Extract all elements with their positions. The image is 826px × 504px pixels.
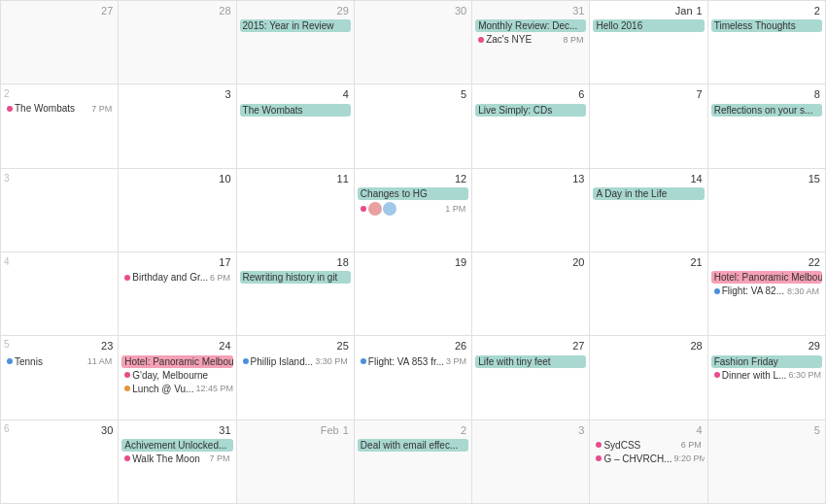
day-num: 15	[711, 171, 822, 187]
cell-dec30[interactable]: 30	[355, 1, 472, 84]
cell-feb5[interactable]: 5	[708, 420, 826, 504]
cell-jan27[interactable]: 27 Life with tiny feet	[472, 336, 590, 420]
event-live-simply[interactable]: Live Simply: CDs	[475, 104, 586, 117]
cell-jan17[interactable]: 17 Birthday and Gr...6 PM	[119, 252, 236, 336]
cell-jan20[interactable]: 20	[472, 252, 590, 336]
event-phillip-island[interactable]: Phillip Island...3:30 PM	[240, 355, 351, 368]
day-num: 29	[711, 338, 822, 354]
event-dinner-l[interactable]: Dinner with L...6:30 PM	[711, 369, 822, 382]
cell-dec29[interactable]: 29 2015: Year in Review	[237, 1, 355, 84]
dot-icon	[596, 442, 602, 448]
cell-jan26[interactable]: 26 Flight: VA 853 fr...3 PM	[355, 336, 472, 420]
cell-dec27[interactable]: 27	[1, 1, 119, 84]
cell-jan6[interactable]: 6 Live Simply: CDs	[472, 84, 590, 168]
day-num: 27	[475, 338, 586, 354]
event-hotel-panoramic-2[interactable]: Hotel: Panoramic Melbourne View	[121, 355, 232, 368]
cell-jan30-final[interactable]: 6 30	[1, 420, 119, 504]
cell-jan8[interactable]: 8 Reflections on your s...	[708, 84, 826, 168]
cell-dec28[interactable]: 28	[119, 1, 236, 84]
day-num: 27	[4, 3, 115, 19]
dot-icon	[124, 372, 130, 378]
event-changes-hg[interactable]: Changes to HG	[358, 187, 468, 200]
cell-dec31[interactable]: 31 Monthly Review: Dec... Zac's NYE8 PM	[472, 1, 590, 84]
cell-jan5[interactable]: 5	[355, 84, 472, 168]
cell-jan12[interactable]: 12 Changes to HG 1 PM	[355, 169, 472, 252]
event-monthly-review[interactable]: Monthly Review: Dec...	[475, 19, 586, 32]
event-lunch-vu[interactable]: Lunch @ Vu...12:45 PM	[121, 383, 232, 395]
cell-jan2-a[interactable]: 2 Timeless Thoughts	[708, 1, 826, 84]
event-walk-the-moon[interactable]: Walk The Moon7 PM	[121, 453, 232, 465]
cell-jan3[interactable]: 3	[119, 84, 236, 168]
cell-jan25[interactable]: 25 Phillip Island...3:30 PM	[237, 336, 355, 420]
cell-jan7[interactable]: 7	[590, 84, 707, 168]
cell-jan21[interactable]: 21	[590, 252, 707, 336]
cell-feb2[interactable]: 2 Deal with email effec...	[355, 420, 472, 504]
day-num: 28	[593, 338, 704, 354]
day-num: 13	[475, 171, 586, 187]
dot-icon	[714, 288, 720, 294]
cell-jan10[interactable]: 10	[119, 169, 236, 252]
event-hotel-panoramic-1[interactable]: Hotel: Panoramic Melbourne View	[711, 271, 822, 284]
event-rewriting-git[interactable]: Rewriting history in git	[240, 271, 351, 284]
calendar-grid: 27 28 29 2015: Year in Review 30 31 Mont…	[0, 0, 826, 504]
event-gday-melbourne[interactable]: G'day, Melbourne	[121, 369, 232, 382]
event-wombats-block[interactable]: The Wombats	[240, 104, 351, 117]
cell-jan2-b[interactable]: 2 The Wombats7 PM	[1, 84, 119, 168]
event-day-in-life[interactable]: A Day in the Life	[593, 187, 704, 200]
day-num: 31	[475, 3, 586, 19]
event-zac-nye[interactable]: Zac's NYE8 PM	[475, 33, 586, 46]
event-year-review[interactable]: 2015: Year in Review	[240, 19, 351, 32]
day-num: 5	[358, 86, 468, 103]
event-birthday[interactable]: Birthday and Gr...6 PM	[121, 271, 232, 284]
cell-jan31[interactable]: 31 Achivement Unlocked... Walk The Moon7…	[119, 420, 236, 504]
cell-jan4[interactable]: 4 The Wombats	[237, 84, 355, 168]
event-chvrch[interactable]: G – CHVRCH...9:20 PM	[593, 453, 704, 465]
cell-jan13[interactable]: 13	[472, 169, 590, 252]
event-timeless-thoughts-1[interactable]: Timeless Thoughts	[711, 19, 822, 32]
day-num: 30	[4, 422, 115, 439]
cell-week5-label[interactable]: 5 23 Tennis11 AM	[1, 336, 119, 420]
event-deal-email[interactable]: Deal with email effec...	[358, 439, 468, 452]
day-num: 3	[4, 171, 115, 186]
cell-jan1[interactable]: Jan1 Hello 2016	[590, 1, 707, 84]
event-wombats-dot[interactable]: The Wombats7 PM	[4, 102, 115, 115]
day-num: 5	[711, 422, 822, 439]
day-num: 17	[121, 254, 232, 271]
dot-icon	[7, 358, 13, 364]
day-num: 30	[358, 3, 468, 19]
event-avatars[interactable]: 1 PM	[358, 201, 468, 217]
cell-jan22[interactable]: 22 Hotel: Panoramic Melbourne View Fligh…	[708, 252, 826, 336]
day-num: 12	[358, 171, 468, 187]
event-hello-2016[interactable]: Hello 2016	[593, 19, 704, 32]
event-achievement[interactable]: Achivement Unlocked...	[121, 439, 232, 452]
event-life-tiny-feet[interactable]: Life with tiny feet	[475, 355, 586, 368]
dot-icon	[243, 358, 249, 364]
dot-icon	[714, 372, 720, 378]
cell-jan9-a[interactable]: 3	[1, 169, 119, 252]
day-num: Feb1	[240, 422, 351, 439]
cell-jan18[interactable]: 18 Rewriting history in git	[237, 252, 355, 336]
dot-icon	[124, 275, 130, 281]
week-5-label: 5	[4, 339, 10, 350]
cell-jan24[interactable]: 24 Hotel: Panoramic Melbourne View G'day…	[119, 336, 236, 420]
event-flight-va82[interactable]: Flight: VA 82...8:30 AM	[711, 285, 822, 297]
event-sydcss[interactable]: SydCSS6 PM	[593, 439, 704, 452]
cell-jan29[interactable]: 29 Fashion Friday Dinner with L...6:30 P…	[708, 336, 826, 420]
event-tennis[interactable]: Tennis11 AM	[4, 355, 115, 368]
cell-jan16-a[interactable]: 4	[1, 252, 119, 336]
cell-feb1[interactable]: Feb1	[237, 420, 355, 504]
dot-icon	[124, 455, 130, 461]
dot-icon	[596, 455, 602, 461]
event-flight-va853[interactable]: Flight: VA 853 fr...3 PM	[358, 355, 468, 368]
cell-jan28[interactable]: 28	[590, 336, 707, 420]
event-reflections[interactable]: Reflections on your s...	[711, 104, 822, 117]
day-num: 4	[240, 86, 351, 103]
cell-jan11[interactable]: 11	[237, 169, 355, 252]
cell-feb4[interactable]: 4 SydCSS6 PM G – CHVRCH...9:20 PM	[590, 420, 707, 504]
cell-feb3[interactable]: 3	[472, 420, 590, 504]
cell-jan15[interactable]: 15	[708, 169, 826, 252]
cell-jan14[interactable]: 14 A Day in the Life	[590, 169, 707, 252]
cell-jan19[interactable]: 19	[355, 252, 472, 336]
day-num: 4	[4, 254, 115, 270]
event-fashion-friday[interactable]: Fashion Friday	[711, 355, 822, 368]
